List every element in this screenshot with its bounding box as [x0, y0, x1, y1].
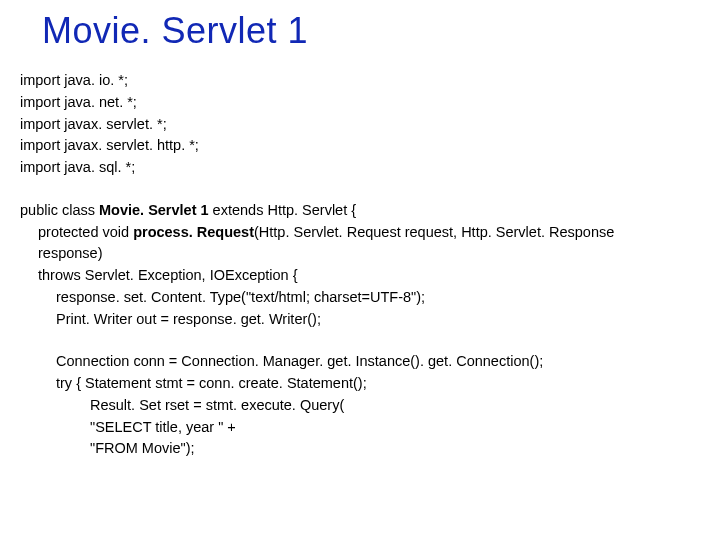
code-line: Print. Writer out = response. get. Write…: [20, 309, 700, 331]
code-line: Result. Set rset = stmt. execute. Query(: [20, 395, 700, 417]
import-line: import java. net. *;: [20, 92, 700, 114]
blank-line: [20, 330, 700, 351]
class-post: extends Http. Servlet {: [209, 202, 357, 218]
method-name: process. Request: [133, 224, 254, 240]
import-line: import java. sql. *;: [20, 157, 700, 179]
class-declaration: public class Movie. Servlet 1 extends Ht…: [20, 200, 700, 222]
class-pre: public class: [20, 202, 99, 218]
code-line: response): [20, 243, 700, 265]
slide-title: Movie. Servlet 1: [42, 10, 700, 52]
import-line: import javax. servlet. http. *;: [20, 135, 700, 157]
import-line: import javax. servlet. *;: [20, 114, 700, 136]
code-line: "SELECT title, year " +: [20, 417, 700, 439]
code-line: try { Statement stmt = conn. create. Sta…: [20, 373, 700, 395]
code-line: response. set. Content. Type("text/html;…: [20, 287, 700, 309]
code-line: throws Servlet. Exception, IOException {: [20, 265, 700, 287]
method-declaration: protected void process. Request(Http. Se…: [20, 222, 700, 244]
method-pre: protected void: [38, 224, 133, 240]
method-post: (Http. Servlet. Request request, Http. S…: [254, 224, 614, 240]
class-name: Movie. Servlet 1: [99, 202, 209, 218]
code-line: "FROM Movie");: [20, 438, 700, 460]
blank-line: [20, 179, 700, 200]
slide-container: Movie. Servlet 1 import java. io. *; imp…: [0, 0, 720, 540]
code-block: import java. io. *; import java. net. *;…: [20, 70, 700, 460]
import-line: import java. io. *;: [20, 70, 700, 92]
code-line: Connection conn = Connection. Manager. g…: [20, 351, 700, 373]
